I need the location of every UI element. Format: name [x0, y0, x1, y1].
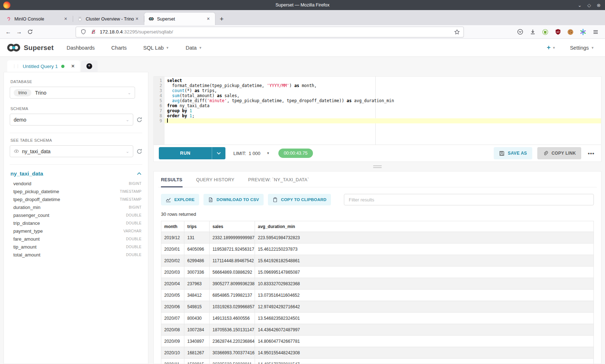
reload-button[interactable] — [24, 27, 35, 37]
column-header-sales[interactable]: sales — [210, 221, 255, 232]
more-options-button[interactable]: ••• — [586, 150, 596, 156]
table-row[interactable]: 2020/026299486117114448.8946754215.64192… — [161, 255, 594, 267]
table-row[interactable]: 2020/11150891526335623.5802881114.485173… — [161, 359, 594, 364]
settings-menu[interactable]: Settings ▼ — [570, 45, 594, 51]
drag-handle-icon[interactable]: ⋮⋮ — [12, 64, 19, 69]
pane-splitter[interactable] — [153, 162, 601, 171]
save-as-button[interactable]: SAVE AS — [494, 147, 532, 159]
browser-tab-cluster-overview-trino[interactable]: Cluster Overview - Trino✕ — [73, 13, 144, 25]
code-line-4[interactable]: sum(total_amount) as sales, — [165, 93, 601, 98]
schema-column-row[interactable]: duration_minBIGINT — [10, 203, 142, 211]
insecure-lock-icon[interactable] — [90, 28, 97, 36]
download-to-csv-button[interactable]: DOWNLOAD TO CSV — [203, 194, 264, 205]
bookmark-star-icon[interactable] — [454, 29, 460, 35]
rows-returned-text: 30 rows returned — [161, 211, 594, 217]
code-line-8[interactable]: order by 1; — [165, 113, 601, 118]
schema-column-row[interactable]: tpep_dropoff_datetimeTIMESTAMP — [10, 195, 142, 203]
downloads-icon[interactable] — [529, 28, 536, 36]
column-header-avg-duration-min[interactable]: avg_duration_min — [255, 221, 594, 232]
schema-column-row[interactable]: passenger_countDOUBLE — [10, 211, 142, 219]
schema-select[interactable]: demo ⌄ — [10, 114, 133, 126]
back-button[interactable]: ← — [3, 27, 14, 37]
column-header-trips[interactable]: trips — [184, 221, 210, 232]
tracking-shield-icon[interactable] — [80, 28, 87, 36]
table-row[interactable]: 2020/09134089723628744.22023686414.80604… — [161, 336, 594, 347]
code-area[interactable]: 123456789 select format_datetime(tpep_pi… — [154, 77, 601, 145]
tab-close-icon[interactable]: ✕ — [205, 16, 211, 22]
new-tab-button[interactable]: + — [215, 13, 228, 25]
filter-results-input[interactable] — [344, 194, 594, 205]
tab-close-icon[interactable]: ✕ — [63, 16, 69, 22]
query-tab[interactable]: ⋮⋮ Untitled Query 1 ✕ — [7, 60, 80, 72]
query-tab-close-icon[interactable]: ✕ — [71, 64, 75, 69]
table-row[interactable]: 2020/0780043014913153.460055613.54682358… — [161, 313, 594, 324]
chevron-down-icon[interactable]: ⌄ — [578, 3, 582, 8]
run-options-caret[interactable] — [212, 147, 225, 159]
table-row[interactable]: 2020/08100728418705536.15013114714.43642… — [161, 324, 594, 336]
explore-button[interactable]: EXPLORE — [161, 194, 199, 205]
code-line-9[interactable] — [165, 118, 601, 123]
add-new-button[interactable]: + ▼ — [547, 44, 555, 51]
url-bar[interactable]: 172.18.0.4:32295/superset/sqllab/ — [76, 27, 464, 37]
ublock-origin-icon[interactable]: uO — [554, 28, 561, 36]
schema-column-row[interactable]: fare_amountDOUBLE — [10, 235, 142, 243]
code-line-2[interactable]: format_datetime(tpep_pickup_datetime, 'Y… — [165, 83, 601, 88]
table-row[interactable]: 2020/042379633905277.809993623810.833327… — [161, 278, 594, 290]
code-line-1[interactable]: select — [165, 78, 601, 83]
forward-button[interactable]: → — [14, 27, 24, 37]
splitter-handle-icon[interactable] — [373, 165, 382, 168]
superset-brand[interactable]: Superset — [6, 43, 54, 53]
nav-item-charts[interactable]: Charts — [111, 45, 127, 51]
chevron-up-icon[interactable] — [137, 172, 142, 175]
nav-item-sql-lab[interactable]: SQL Lab▼ — [143, 45, 169, 51]
nav-item-dashboards[interactable]: Dashboards — [67, 45, 95, 51]
tab-close-icon[interactable]: ✕ — [134, 16, 140, 22]
results-table-wrap[interactable]: monthtripssalesavg_duration_min 2019/121… — [161, 221, 594, 364]
nav-item-data[interactable]: Data▼ — [185, 45, 202, 51]
svg-text:uO: uO — [556, 31, 560, 33]
schema-column-row[interactable]: tpep_pickup_datetimeTIMESTAMP — [10, 187, 142, 195]
browser-tab-superset[interactable]: Superset✕ — [144, 13, 215, 25]
table-row[interactable]: 2020/016405096119538721.9245631715.46122… — [161, 244, 594, 255]
schema-column-row[interactable]: vendoridBIGINT — [10, 179, 142, 187]
close-circle-icon[interactable]: ⊗ — [597, 3, 601, 8]
diamond-icon[interactable]: ◇ — [587, 3, 591, 8]
run-query-button[interactable]: RUN — [159, 147, 225, 159]
limit-dropdown[interactable]: LIMIT: 1 000 ▼ — [233, 151, 270, 156]
cookie-extension-icon[interactable] — [567, 28, 574, 36]
extension-asterisk-icon[interactable] — [579, 28, 587, 36]
results-tab-results[interactable]: RESULTS — [161, 177, 183, 187]
table-row[interactable]: 2019/121312332.1899999999987223.59541984… — [161, 232, 594, 244]
table-row[interactable]: 2020/053484126854865.71998213713.0735164… — [161, 290, 594, 301]
code-line-3[interactable]: count(*) as trips, — [165, 88, 601, 93]
code-content[interactable]: select format_datetime(tpep_pickup_datet… — [165, 77, 601, 145]
table-schema-header[interactable]: ny_taxi_data — [10, 170, 142, 179]
copy-to-clipboard-button[interactable]: COPY TO CLIPBOARD — [268, 194, 331, 205]
schema-column-row[interactable]: trip_distanceDOUBLE — [10, 219, 142, 227]
results-tab-query-history[interactable]: QUERY HISTORY — [196, 177, 234, 187]
column-type: DOUBLE — [126, 221, 142, 225]
schema-column-row[interactable]: payment_typeVARCHAR — [10, 227, 142, 235]
chevron-down-icon: ▼ — [552, 46, 556, 50]
code-line-6[interactable]: from ny_taxi_data — [165, 103, 601, 108]
database-select[interactable]: trino Trino ⌄ — [10, 87, 135, 99]
code-line-7[interactable]: group by 1 — [165, 108, 601, 113]
add-query-tab-button[interactable]: + — [81, 60, 98, 72]
refresh-schema-icon[interactable] — [136, 117, 142, 123]
browser-tab-minio-console[interactable]: MinIO Console✕ — [2, 13, 72, 25]
code-line-5[interactable]: avg(date_diff('minute', tpep_pickup_date… — [165, 98, 601, 103]
privacy-badger-icon[interactable] — [542, 28, 549, 36]
refresh-tables-icon[interactable] — [136, 149, 142, 154]
table-row[interactable]: 2020/10168126730366993.70037741614.95015… — [161, 347, 594, 359]
results-tab-preview[interactable]: PREVIEW: `NY_TAXI_DATA` — [248, 177, 309, 187]
table-row[interactable]: 2020/0654981510319263.02996685712.974924… — [161, 301, 594, 313]
table-select[interactable]: ny_taxi_data ⌄ — [10, 145, 133, 157]
run-label[interactable]: RUN — [159, 147, 212, 159]
column-header-month[interactable]: month — [161, 221, 184, 232]
menu-hamburger-icon[interactable] — [592, 28, 599, 36]
table-row[interactable]: 2020/03300733656664869.0388629215.096995… — [161, 267, 594, 278]
schema-column-row[interactable]: tip_amountDOUBLE — [10, 243, 142, 251]
schema-column-row[interactable]: total_amountDOUBLE — [10, 251, 142, 259]
pocket-icon[interactable] — [516, 28, 524, 36]
copy-link-button[interactable]: COPY LINK — [537, 147, 581, 159]
